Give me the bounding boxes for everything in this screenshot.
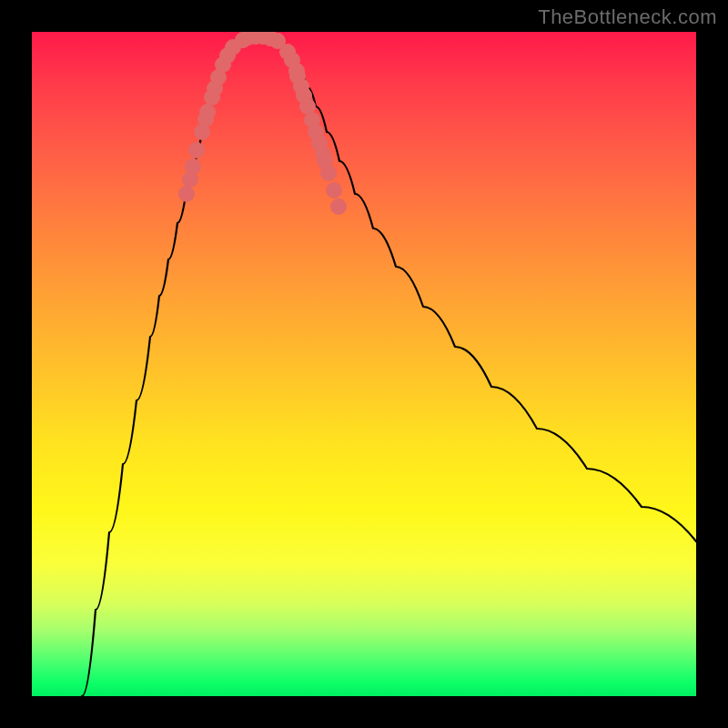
scatter-dots (179, 32, 347, 215)
curve-left-branch (82, 41, 241, 696)
scatter-dot (179, 187, 195, 202)
chart-overlay (32, 32, 696, 696)
chart-frame: TheBottleneck.com (0, 0, 728, 728)
scatter-dot (189, 143, 205, 158)
scatter-dot (186, 159, 201, 175)
scatter-dot (331, 199, 347, 215)
scatter-dot (327, 183, 342, 198)
scatter-dot (300, 99, 316, 115)
curve-right-branch (278, 41, 696, 541)
plot-area (32, 32, 696, 696)
watermark-text: TheBottleneck.com (538, 5, 717, 29)
scatter-dot (321, 166, 337, 181)
scatter-dot (200, 105, 216, 120)
